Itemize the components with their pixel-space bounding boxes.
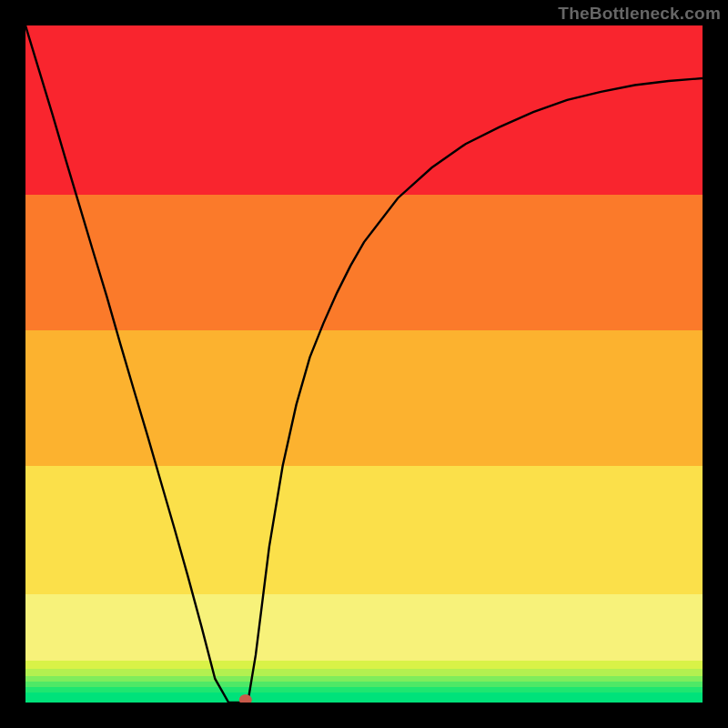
chart-plot	[25, 25, 703, 703]
watermark-label: TheBottleneck.com	[558, 4, 721, 24]
chart-stage: TheBottleneck.com	[0, 0, 728, 728]
chart-svg	[25, 25, 703, 703]
